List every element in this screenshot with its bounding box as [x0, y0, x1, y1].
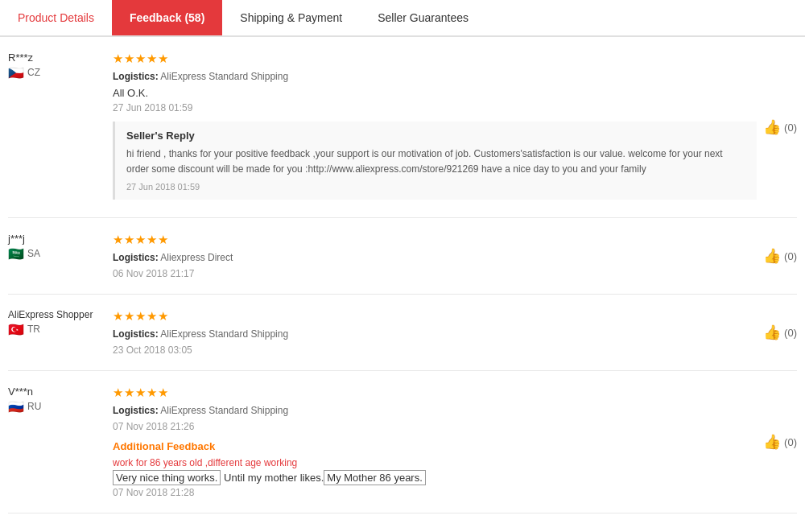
- flag-icon: 🇨🇿: [8, 68, 24, 78]
- table-row: V***n 🇷🇺 RU ★ ★ ★ ★ ★ Logistics: AliExpr…: [8, 371, 797, 513]
- seller-reply-title: Seller's Reply: [126, 130, 745, 142]
- thumbs-up-icon: 👍: [763, 324, 781, 341]
- feedback-part1: Very nice thing works.: [113, 470, 221, 485]
- star-icon: ★: [113, 52, 123, 66]
- logistics-label: Logistics:: [113, 328, 159, 340]
- review-date: 27 Jun 2018 01:59: [113, 102, 757, 113]
- feedback-part2: Until my mother likes.: [221, 472, 324, 484]
- star-icon: ★: [135, 386, 146, 400]
- reviewer-info: V***n 🇷🇺 RU: [8, 386, 113, 498]
- table-row: R***z 🇨🇿 CZ ★ ★ ★ ★ ★ Logistics: AliExpr…: [8, 37, 797, 218]
- like-section[interactable]: 👍 (0): [757, 233, 797, 279]
- seller-reply-date: 27 Jun 2018 01:59: [126, 182, 745, 192]
- flag-icon: 🇸🇦: [8, 249, 24, 259]
- star-rating: ★ ★ ★ ★ ★: [113, 386, 757, 400]
- tab-bar: Product Details Feedback (58) Shipping &…: [0, 0, 805, 37]
- logistics-value: AliExpress Standard Shipping: [160, 71, 288, 82]
- star-icon: ★: [124, 233, 134, 247]
- star-icon: ★: [113, 233, 123, 247]
- like-count: (0): [784, 436, 797, 448]
- thumbs-up-icon: 👍: [763, 433, 781, 451]
- like-count: (0): [784, 327, 797, 339]
- star-icon: ★: [124, 309, 134, 324]
- review-date: 06 Nov 2018 21:17: [113, 268, 757, 279]
- country-code: TR: [27, 324, 40, 335]
- star-icon: ★: [124, 52, 134, 66]
- logistics-value: AliExpress Standard Shipping: [160, 405, 288, 416]
- logistics-label: Logistics:: [113, 252, 159, 263]
- flag-icon: 🇷🇺: [8, 402, 24, 412]
- like-section[interactable]: 👍 (0): [757, 52, 797, 203]
- star-icon: ★: [147, 386, 157, 400]
- feedback-part3: My Mother 86 years.: [324, 470, 426, 485]
- tab-product-details[interactable]: Product Details: [0, 0, 112, 35]
- reviewer-info: R***z 🇨🇿 CZ: [8, 52, 113, 203]
- star-icon: ★: [113, 386, 123, 400]
- reviewer-name: V***n: [8, 386, 113, 398]
- logistics-line: Logistics: Aliexpress Direct: [113, 252, 757, 263]
- star-rating: ★ ★ ★ ★ ★: [113, 309, 757, 324]
- thumbs-up-icon: 👍: [763, 247, 781, 265]
- flag-icon: 🇹🇷: [8, 324, 24, 335]
- logistics-line: Logistics: AliExpress Standard Shipping: [113, 328, 757, 340]
- reviewer-info: j***j 🇸🇦 SA: [8, 233, 113, 279]
- logistics-line: Logistics: AliExpress Standard Shipping: [113, 71, 757, 82]
- star-icon: ★: [147, 309, 157, 324]
- reviewer-country: 🇸🇦 SA: [8, 248, 113, 259]
- tab-feedback[interactable]: Feedback (58): [112, 0, 222, 35]
- like-section[interactable]: 👍 (0): [757, 386, 797, 498]
- review-text: All O.K.: [113, 87, 757, 99]
- additional-feedback-section: Additional Feedback work for 86 years ol…: [113, 440, 757, 498]
- logistics-line: Logistics: AliExpress Standard Shipping: [113, 405, 757, 416]
- review-content: ★ ★ ★ ★ ★ Logistics: Aliexpress Direct 0…: [113, 233, 757, 279]
- star-icon: ★: [147, 52, 157, 66]
- star-icon: ★: [158, 52, 168, 66]
- logistics-label: Logistics:: [113, 405, 159, 416]
- review-content: ★ ★ ★ ★ ★ Logistics: AliExpress Standard…: [113, 309, 757, 356]
- country-code: CZ: [27, 67, 40, 78]
- country-code: SA: [27, 248, 40, 259]
- reviewer-country: 🇷🇺 RU: [8, 401, 113, 412]
- seller-reply-text: hi friend , thanks for your positive fee…: [126, 146, 745, 177]
- star-icon: ★: [135, 52, 146, 66]
- star-icon: ★: [135, 309, 146, 324]
- star-icon: ★: [158, 309, 168, 324]
- review-content: ★ ★ ★ ★ ★ Logistics: AliExpress Standard…: [113, 386, 757, 498]
- logistics-label: Logistics:: [113, 71, 159, 82]
- reviewer-info: AliExpress Shopper 🇹🇷 TR: [8, 309, 113, 356]
- additional-feedback-date: 07 Nov 2018 21:28: [113, 487, 757, 498]
- country-code: RU: [27, 401, 41, 412]
- star-icon: ★: [124, 386, 134, 400]
- star-icon: ★: [135, 233, 146, 247]
- review-content: ★ ★ ★ ★ ★ Logistics: AliExpress Standard…: [113, 52, 757, 203]
- star-rating: ★ ★ ★ ★ ★: [113, 233, 757, 247]
- like-count: (0): [784, 250, 797, 262]
- tab-seller-guarantees[interactable]: Seller Guarantees: [360, 0, 486, 35]
- reviewer-country: 🇨🇿 CZ: [8, 67, 113, 78]
- logistics-value: Aliexpress Direct: [160, 252, 233, 263]
- reviewer-name: AliExpress Shopper: [8, 309, 113, 320]
- like-section[interactable]: 👍 (0): [757, 309, 797, 356]
- table-row: AliExpress Shopper 🇹🇷 TR ★ ★ ★ ★ ★ Logis…: [8, 295, 797, 371]
- feedback-text: Very nice thing works. Until my mother l…: [113, 472, 757, 484]
- star-icon: ★: [158, 233, 168, 247]
- table-row: j***j 🇸🇦 SA ★ ★ ★ ★ ★ Logistics: Aliexpr…: [8, 218, 797, 295]
- additional-feedback-label: Additional Feedback: [113, 440, 757, 452]
- star-icon: ★: [158, 386, 168, 400]
- tab-shipping[interactable]: Shipping & Payment: [222, 0, 360, 35]
- star-rating: ★ ★ ★ ★ ★: [113, 52, 757, 66]
- reviewer-name: j***j: [8, 233, 113, 245]
- reviewer-country: 🇹🇷 TR: [8, 324, 113, 335]
- star-icon: ★: [147, 233, 157, 247]
- reviewer-name: R***z: [8, 52, 113, 64]
- logistics-value: AliExpress Standard Shipping: [160, 328, 288, 340]
- review-date: 07 Nov 2018 21:26: [113, 421, 757, 432]
- reviews-container: R***z 🇨🇿 CZ ★ ★ ★ ★ ★ Logistics: AliExpr…: [0, 37, 805, 513]
- additional-feedback-header: work for 86 years old ,different age wor…: [113, 457, 757, 468]
- thumbs-up-icon: 👍: [763, 118, 781, 136]
- like-count: (0): [784, 122, 797, 134]
- star-icon: ★: [113, 309, 123, 324]
- review-date: 23 Oct 2018 03:05: [113, 344, 757, 356]
- seller-reply-box: Seller's Reply hi friend , thanks for yo…: [113, 122, 757, 200]
